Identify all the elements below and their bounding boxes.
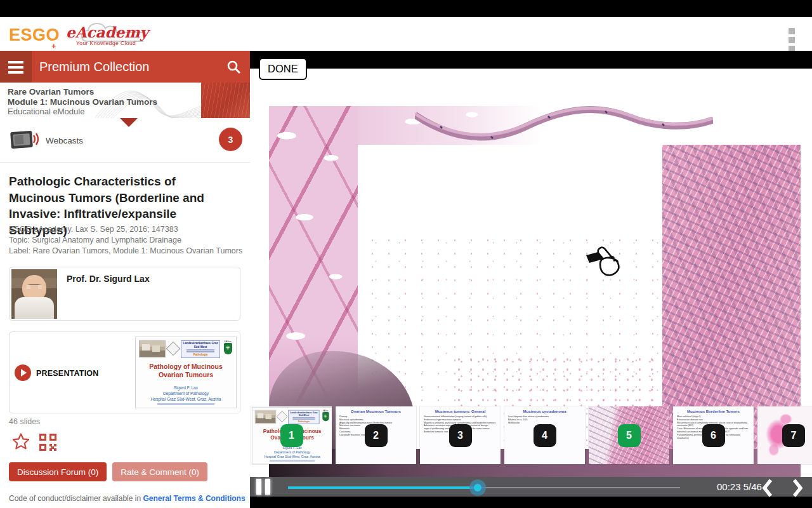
top-black-bar [0,0,812,17]
esgo-wordmark: ESGO+ [9,25,60,45]
slide-photo [139,340,166,358]
email-line [157,403,214,405]
viewer-bottom-bar [250,497,812,508]
author-card[interactable]: Prof. Dr. Sigurd Lax [9,267,240,321]
female-symbol-icon: + [51,41,56,51]
slide-number-badge: 6 [702,424,725,447]
collection-title: Premium Collection [39,51,149,83]
thumbnail-strip: Landeskrankenhaus Graz Süd-WestPathologi… [250,406,812,464]
pause-icon[interactable] [256,479,273,495]
banner-line2: Module 1: Mucinous Ovarian Tumors [8,97,157,107]
sidebar: Premium Collection [0,51,250,508]
lecture-meta-topic: Topic: Surgical Anatomy and Lymphatic Dr… [9,236,244,244]
slide-number-badge: 1 [280,424,303,447]
time-display: 00:23 5/46 [717,481,793,492]
shield-logo: ✳ [224,343,232,354]
hamburger-menu-icon[interactable] [0,51,32,83]
esgo-eacademy-logo: ESGO+ eAcademy Your Knowledge Cloud [9,21,148,49]
play-icon[interactable] [15,364,31,381]
conduct-footer: Code of conduct/disclaimer available in … [9,494,246,503]
lecture-meta-citation: ESGO eAcademy. Lax S. Sep 25, 2016; 1473… [9,225,244,234]
slide-thumbnail-4[interactable]: Mucinous cystadenoma Less frequent than … [504,406,585,464]
banner-line1: Rare Ovarian Tumors [8,87,157,97]
sidebar-toolbar: Premium Collection [0,51,250,83]
title-slide-preview: Landeskrankenhaus Graz Süd-West Patholog… [135,337,237,408]
favorite-star-icon[interactable] [11,432,30,451]
terms-link[interactable]: General Terms & Conditions [143,494,245,503]
presentation-label: PRESENTATION [36,369,98,378]
author-name: Prof. Dr. Sigurd Lax [67,274,150,284]
player-controls: 00:23 5/46 [250,477,812,497]
done-button[interactable]: DONE [259,58,307,80]
slide-number-badge: 4 [534,424,556,447]
logo-tagline: Your Knowledge Cloud [76,40,148,46]
slide-title: Pathology of Mucinous Ovarian Tumours [141,363,231,378]
author-avatar [11,269,57,319]
slides-count: 46 slides [9,417,40,426]
slide-thumbnail-6[interactable]: Mucinous Borderline Tumors Most unilater… [673,406,754,464]
viewer-top-bar [250,51,812,69]
slide-number-badge: 5 [618,424,641,447]
next-slide-icon[interactable] [791,479,804,497]
banner-pointer-triangle [120,118,138,127]
progress-thumb[interactable] [469,479,486,496]
lecture-meta-label: Label: Rare Ovarian Tumors, Module 1: Mu… [9,246,244,255]
qr-code-icon[interactable] [39,434,56,451]
presentation-thumbnail: Landeskrankenhaus Graz Süd-West Patholog… [135,337,237,408]
webcast-icon [10,129,40,153]
presentation-card[interactable]: PRESENTATION Landeskrankenhaus Graz Süd-… [9,331,240,413]
eacademy-wordmark: eAcademy [66,23,148,41]
slide-number-badge: 2 [365,424,388,447]
progress-fill [288,486,478,489]
slide-thumbnail-7[interactable]: 7 [757,406,812,464]
slide-number-badge: 7 [782,424,805,447]
app-header: ESGO+ eAcademy Your Knowledge Cloud [0,17,812,51]
slide-position: 5/46 [743,481,762,492]
banner-line3: Educational eModule [8,107,157,117]
drag-hand-cursor-icon [585,245,624,279]
esgo-eacademy-app: ESGO+ eAcademy Your Knowledge Cloud Prem… [0,0,812,508]
slide-thumbnail-2[interactable]: Ovarian Mucinous Tumours Primary Mucinou… [336,406,416,464]
discussion-forum-button[interactable]: Discussion Forum (0) [9,462,107,481]
previous-slide-icon[interactable] [761,479,774,497]
slide-viewer: DONE [250,51,812,508]
institution-dept: Pathologie [183,353,218,356]
slide-thumbnail-1[interactable]: Landeskrankenhaus Graz Süd-WestPathologi… [251,406,332,464]
banner-red-panel [201,83,250,118]
slide-stamp-logo [166,342,181,356]
slide-number-badge: 3 [449,424,472,447]
slide-thumbnail-5-current[interactable]: 5 [589,406,669,464]
slide-thumbnail-3[interactable]: Mucinous tumours: General Gastro-intesti… [420,406,501,464]
search-icon[interactable] [226,60,241,74]
institution-name: Landeskrankenhaus Graz Süd-West [183,342,218,349]
webcasts-label: Webcasts [46,136,83,145]
rate-comment-button[interactable]: Rate & Comment (0) [112,462,207,481]
module-banner: Rare Ovarian Tumors Module 1: Mucinous O… [0,83,250,118]
webcasts-count-badge: 3 [219,128,242,151]
